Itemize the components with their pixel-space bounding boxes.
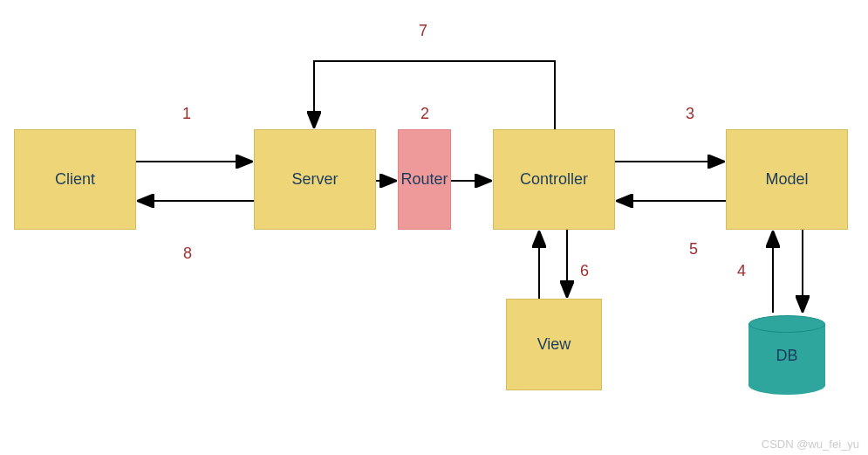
controller-box: Controller	[493, 129, 615, 230]
server-label: Server	[291, 170, 338, 189]
model-label: Model	[765, 170, 808, 189]
arrow-controller-server-top	[314, 61, 555, 129]
label-4: 4	[737, 262, 746, 280]
label-6: 6	[580, 262, 589, 280]
model-box: Model	[726, 129, 848, 230]
client-label: Client	[55, 170, 95, 189]
watermark: CSDN @wu_fei_yu	[762, 438, 859, 451]
label-5: 5	[689, 240, 698, 259]
controller-label: Controller	[520, 170, 588, 189]
view-box: View	[506, 299, 602, 390]
db-cylinder: DB	[748, 316, 825, 395]
label-3: 3	[686, 105, 694, 123]
view-label: View	[537, 335, 571, 354]
label-7: 7	[419, 22, 427, 40]
db-label: DB	[776, 347, 797, 365]
router-label: Router	[400, 170, 448, 189]
label-2: 2	[420, 105, 429, 123]
label-1: 1	[182, 105, 191, 123]
client-box: Client	[14, 129, 136, 230]
router-box: Router	[398, 129, 451, 230]
server-box: Server	[254, 129, 376, 230]
label-8: 8	[183, 245, 192, 263]
